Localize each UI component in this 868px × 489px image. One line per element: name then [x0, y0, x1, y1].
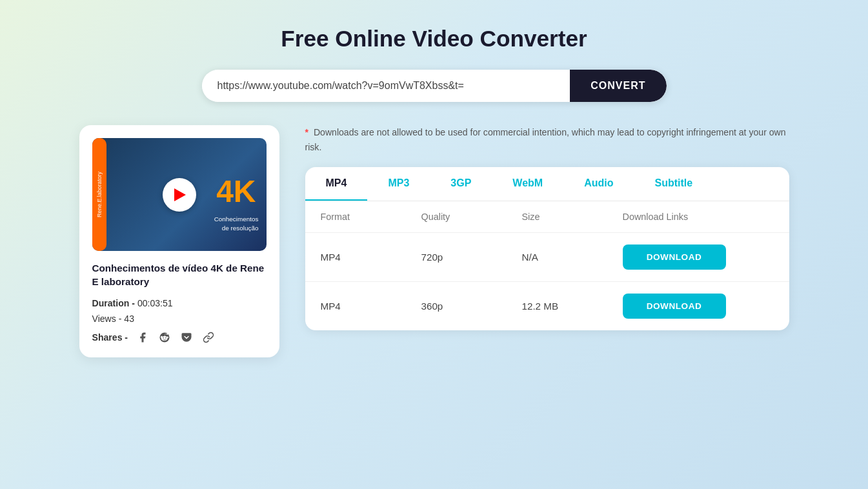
- download-button-row1[interactable]: DOWNLOAD: [623, 245, 726, 270]
- row1-quality: 720p: [421, 252, 522, 263]
- play-icon: [174, 188, 186, 201]
- tab-webm[interactable]: WebM: [492, 167, 563, 201]
- thumbnail-4k-badge: 4K: [216, 176, 256, 207]
- video-views: Views - 43: [92, 314, 267, 324]
- tab-mp3[interactable]: MP3: [367, 167, 430, 201]
- tab-subtitle[interactable]: Subtitle: [634, 167, 713, 201]
- tab-3gp[interactable]: 3GP: [430, 167, 492, 201]
- reddit-share-icon[interactable]: [157, 330, 172, 344]
- video-card: Rene.E.laboratory 4K Conhecimentosde res…: [79, 125, 279, 357]
- pocket-share-icon[interactable]: [179, 330, 194, 344]
- facebook-share-icon[interactable]: [136, 330, 150, 344]
- svg-point-1: [163, 337, 164, 338]
- download-button-row2[interactable]: DOWNLOAD: [623, 294, 726, 319]
- url-input[interactable]: [202, 70, 570, 102]
- svg-point-2: [165, 337, 167, 338]
- table-header: Format Quality Size Download Links: [305, 201, 789, 233]
- shares-label: Shares -: [92, 332, 128, 343]
- col-size: Size: [522, 212, 623, 222]
- col-format: Format: [321, 212, 421, 222]
- play-button[interactable]: [163, 178, 196, 212]
- video-duration: Duration - 00:03:51: [92, 298, 267, 308]
- main-content: Rene.E.laboratory 4K Conhecimentosde res…: [79, 125, 789, 357]
- col-quality: Quality: [421, 212, 522, 222]
- col-download: Download Links: [623, 212, 774, 222]
- duration-label: Duration -: [92, 298, 137, 308]
- thumbnail-subtitle: Conhecimentosde resolução: [214, 215, 259, 233]
- row1-format: MP4: [321, 252, 421, 263]
- row1-size: N/A: [522, 252, 623, 263]
- video-thumbnail: Rene.E.laboratory 4K Conhecimentosde res…: [92, 138, 267, 251]
- thumbnail-channel-label: Rene.E.laboratory: [92, 138, 106, 251]
- video-title: Conhecimentos de vídeo 4K de Rene E labo…: [92, 261, 267, 289]
- table-row: MP4 720p N/A DOWNLOAD: [305, 233, 789, 282]
- page-title: Free Online Video Converter: [281, 26, 587, 52]
- disclaimer-body: Downloads are not allowed to be used for…: [305, 127, 786, 152]
- tab-mp4[interactable]: MP4: [305, 167, 368, 201]
- search-bar: CONVERT: [202, 70, 667, 102]
- tab-audio[interactable]: Audio: [563, 167, 634, 201]
- format-tabs: MP4 MP3 3GP WebM Audio Subtitle: [305, 167, 789, 201]
- duration-value: 00:03:51: [137, 298, 173, 308]
- row2-size: 12.2 MB: [522, 301, 623, 312]
- disclaimer-text: * Downloads are not allowed to be used f…: [305, 125, 789, 154]
- convert-button[interactable]: CONVERT: [570, 70, 666, 102]
- table-row: MP4 360p 12.2 MB DOWNLOAD: [305, 282, 789, 330]
- shares-row: Shares -: [92, 330, 267, 344]
- row2-format: MP4: [321, 301, 421, 312]
- row2-quality: 360p: [421, 301, 522, 312]
- link-share-icon[interactable]: [201, 330, 216, 344]
- disclaimer-asterisk: *: [305, 127, 308, 137]
- converter-section: * Downloads are not allowed to be used f…: [305, 125, 789, 330]
- format-table-container: MP4 MP3 3GP WebM Audio Subtitle Format Q…: [305, 167, 789, 330]
